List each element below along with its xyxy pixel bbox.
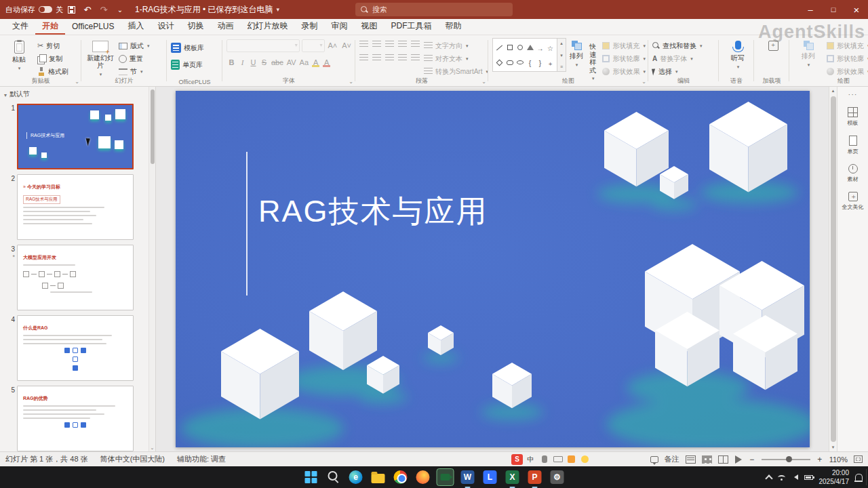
dictate-button[interactable]: 听写 (723, 38, 753, 70)
shape-outline-2-button[interactable]: 形状轮廓 (827, 53, 868, 64)
current-slide[interactable]: RAG技术与应用 (176, 91, 810, 447)
rail-item-beautify[interactable]: 全文美化 (842, 192, 864, 211)
tab-transitions[interactable]: 切换 (180, 19, 210, 35)
document-title[interactable]: 1-RAG技术与应用 • 已保存到这台电脑 (135, 4, 273, 16)
section-button[interactable]: 节 (119, 66, 150, 77)
italic-button[interactable]: I (237, 56, 248, 68)
file-explorer-icon[interactable] (370, 468, 387, 486)
highlight-color-button[interactable]: A (311, 56, 321, 68)
notes-toggle[interactable]: 备注 (665, 454, 679, 464)
font-color-button[interactable]: A (321, 56, 332, 68)
zoom-slider[interactable] (762, 459, 810, 460)
canvas-scroll-up-icon[interactable] (829, 87, 837, 95)
font-dialog-launcher[interactable] (349, 79, 353, 85)
redo-button[interactable] (96, 0, 112, 19)
shape-effects-2-button[interactable]: 形状效果 (827, 66, 868, 77)
columns-icon[interactable] (411, 54, 420, 62)
bullets-icon[interactable] (359, 41, 368, 48)
slide-title-text[interactable]: RAG技术与应用 (258, 191, 488, 232)
reading-view-button[interactable] (718, 455, 728, 464)
align-right-icon[interactable] (385, 54, 394, 62)
clock[interactable]: 20:00 2025/4/17 (819, 468, 850, 486)
lark-icon[interactable]: L (481, 468, 499, 486)
undo-button[interactable] (79, 0, 96, 19)
tab-record[interactable]: 录制 (294, 19, 324, 35)
word-icon[interactable]: W (459, 468, 477, 486)
canvas-scrollbar-thumb[interactable] (831, 96, 836, 442)
clipboard-dialog-launcher[interactable] (75, 79, 79, 85)
change-case-button[interactable]: Aa (298, 56, 310, 68)
addins-button[interactable] (758, 38, 788, 51)
ime-keyboard-icon[interactable] (552, 454, 564, 465)
shape-effects-button[interactable]: 形状效果 (602, 66, 646, 77)
shape-ellipse-icon[interactable] (517, 45, 523, 50)
qat-customize-button[interactable] (112, 0, 128, 19)
copy-button[interactable]: 复制 (37, 53, 68, 64)
font-size-combobox[interactable] (302, 39, 325, 52)
slides-panel-scrollbar[interactable] (149, 87, 155, 451)
bold-button[interactable]: B (226, 56, 237, 68)
underline-button[interactable]: U (248, 56, 258, 68)
shape-star-icon[interactable] (547, 41, 553, 54)
shape-brace-left-icon[interactable] (529, 56, 531, 68)
layout-button[interactable]: 版式 (119, 40, 150, 52)
increase-font-button[interactable]: A˄ (327, 39, 339, 51)
canvas-scroll-down-icon[interactable] (829, 443, 837, 451)
slide-3-thumbnail[interactable]: 大模型应用开发 (17, 245, 134, 310)
taskbar-search-icon[interactable] (325, 468, 342, 486)
tab-review[interactable]: 审阅 (324, 19, 354, 35)
start-button[interactable] (302, 468, 320, 486)
tab-pdf-tools[interactable]: PDF工具箱 (384, 19, 438, 35)
tray-expand-icon[interactable] (765, 474, 772, 482)
title-dropdown-icon[interactable]: ▾ (277, 6, 280, 13)
wifi-icon[interactable] (778, 475, 785, 480)
tab-slideshow[interactable]: 幻灯片放映 (240, 19, 294, 35)
shape-diamond-icon[interactable] (496, 59, 503, 66)
justify-icon[interactable] (398, 54, 407, 62)
smartart-button[interactable]: 转换为SmartArt (424, 66, 488, 77)
minimize-button[interactable] (799, 0, 822, 19)
numbering-icon[interactable] (372, 41, 381, 48)
battery-icon[interactable] (804, 475, 813, 480)
ime-store-icon[interactable] (566, 454, 577, 465)
slide-5-thumbnail[interactable]: RAG的优势 (17, 386, 134, 451)
arrange-2-button[interactable]: 排列 (793, 38, 823, 77)
ime-language-mode[interactable]: 中 (525, 454, 536, 465)
shape-plus-icon[interactable] (547, 56, 553, 68)
search-box[interactable] (355, 3, 513, 16)
rail-more-icon[interactable]: ··· (848, 90, 858, 98)
shape-arrow-icon[interactable] (537, 41, 544, 54)
line-spacing-icon[interactable] (411, 41, 420, 48)
align-text-button[interactable]: 对齐文本 (424, 53, 488, 64)
notifications-icon[interactable] (855, 474, 863, 481)
excel-icon[interactable]: X (504, 468, 521, 486)
rail-item-assets[interactable]: 素材 (848, 164, 859, 183)
tab-animations[interactable]: 动画 (210, 19, 240, 35)
maximize-button[interactable] (822, 0, 845, 19)
search-input[interactable] (372, 5, 507, 14)
chrome-icon[interactable] (392, 468, 410, 486)
quick-styles-button[interactable]: 快速样式 (587, 38, 599, 77)
slide-1-thumbnail[interactable]: RAG技术与应用 (17, 104, 134, 169)
settings-icon[interactable]: ⚙ (549, 468, 566, 486)
shape-rounded-rect-icon[interactable] (507, 60, 513, 65)
edge-icon[interactable]: e (347, 468, 365, 486)
select-button[interactable]: 选择 (652, 66, 716, 77)
slide-4-thumbnail[interactable]: 什么是RAG (17, 315, 134, 381)
slide-2-thumbnail[interactable]: »今天的学习目标 RAG技术与应用 (17, 174, 134, 240)
shapes-gallery-scroll[interactable]: ▴▾≡ (557, 38, 566, 72)
paragraph-dialog-launcher[interactable] (481, 79, 486, 85)
shape-rectangle-icon[interactable] (507, 45, 513, 50)
normal-view-button[interactable] (686, 455, 696, 464)
find-replace-button[interactable]: 查找和替换 (652, 40, 716, 52)
shape-fill-button[interactable]: 形状填充 (602, 40, 646, 52)
notes-icon[interactable] (650, 456, 658, 463)
shape-line-icon[interactable] (496, 45, 502, 50)
shape-outline-button[interactable]: 形状轮廓 (602, 53, 646, 64)
autosave-toggle[interactable]: 自动保存 关 (5, 5, 63, 15)
zoom-slider-knob[interactable] (786, 456, 792, 462)
volume-icon[interactable] (791, 474, 798, 480)
template-library-button[interactable]: 模板库 (171, 42, 220, 54)
tab-home[interactable]: 开始 (35, 19, 65, 35)
align-left-icon[interactable] (359, 54, 368, 62)
